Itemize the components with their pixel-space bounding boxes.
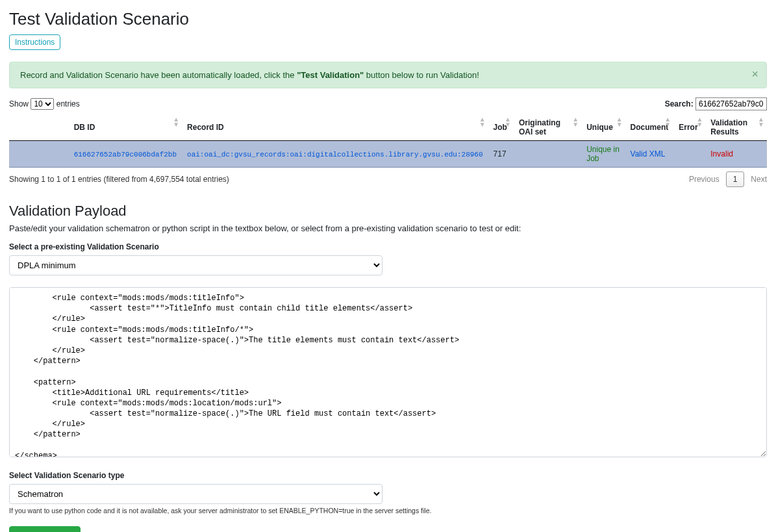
entries-label: entries: [56, 99, 80, 108]
auto-loaded-alert: Record and Validation Scenario have been…: [9, 62, 767, 88]
page-title: Test Validation Scenario: [9, 9, 767, 29]
close-icon[interactable]: ×: [751, 68, 758, 81]
search-input[interactable]: [695, 97, 767, 110]
alert-text-prefix: Record and Validation Scenario have been…: [20, 70, 297, 80]
length-control: Show 10 entries: [9, 98, 80, 110]
validation-cell: Invalid: [705, 141, 767, 168]
col-record-id[interactable]: Record ID▲▼: [182, 114, 488, 141]
sort-icon: ▲▼: [173, 117, 179, 127]
sort-icon: ▲▼: [696, 117, 703, 127]
payload-textarea[interactable]: [9, 287, 767, 457]
validation-payload-heading: Validation Payload: [9, 203, 767, 220]
show-label: Show: [9, 99, 29, 108]
search-label: Search:: [665, 99, 694, 108]
col-oai-set[interactable]: Originating OAI set▲▼: [514, 114, 581, 141]
table-info: Showing 1 to 1 of 1 entries (filtered fr…: [9, 175, 229, 184]
col-unique[interactable]: Unique▲▼: [581, 114, 625, 141]
payload-description: Paste/edit your validation schematron or…: [9, 223, 767, 233]
records-table: DB ID▲▼ Record ID▲▼ Job▲▼ Originating OA…: [9, 114, 767, 168]
scenario-select-label: Select a pre-existing Validation Scenari…: [9, 242, 767, 251]
document-link[interactable]: Valid XML: [631, 149, 666, 158]
col-validation[interactable]: Validation Results▲▼: [705, 114, 767, 141]
alert-text-suffix: button below to run Validation!: [364, 70, 479, 80]
scenario-select[interactable]: DPLA minimum: [9, 255, 382, 275]
instructions-button[interactable]: Instructions: [9, 34, 60, 50]
test-validation-button[interactable]: Test Validation: [9, 526, 81, 532]
type-help-text: If you want to use python code and it is…: [9, 507, 767, 514]
db-id-link[interactable]: 616627652ab79c006bdaf2bb: [74, 151, 177, 158]
oai-set-cell: [514, 141, 581, 168]
type-select-label: Select Validation Scenario type: [9, 471, 767, 480]
previous-button[interactable]: Previous: [689, 175, 720, 184]
col-job[interactable]: Job▲▼: [488, 114, 514, 141]
alert-text-bold: "Test Validation": [297, 70, 364, 80]
search-control: Search:: [665, 97, 767, 110]
sort-icon: ▲▼: [758, 117, 764, 127]
next-button[interactable]: Next: [751, 175, 767, 184]
sort-icon: ▲▼: [664, 117, 671, 127]
sort-icon: ▲▼: [479, 117, 486, 127]
table-row[interactable]: 616627652ab79c006bdaf2bb oai:oai_dc:gvsu…: [9, 141, 767, 168]
page-1-button[interactable]: 1: [726, 171, 745, 187]
sort-icon: ▲▼: [616, 117, 623, 127]
record-id-link[interactable]: oai:oai_dc:gvsu_records:oai:digitalcolle…: [187, 151, 482, 158]
error-cell: [673, 141, 705, 168]
unique-cell: Unique in Job: [581, 141, 625, 168]
col-document[interactable]: Document▲▼: [625, 114, 674, 141]
pagination: Previous 1 Next: [689, 171, 767, 187]
sort-icon: ▲▼: [505, 117, 511, 127]
col-db-id[interactable]: DB ID▲▼: [69, 114, 182, 141]
col-blank[interactable]: [9, 114, 69, 141]
page-length-select[interactable]: 10: [31, 98, 54, 110]
col-error[interactable]: Error▲▼: [673, 114, 705, 141]
job-cell: 717: [488, 141, 514, 168]
type-select[interactable]: Schematron: [9, 484, 382, 504]
sort-icon: ▲▼: [572, 117, 579, 127]
